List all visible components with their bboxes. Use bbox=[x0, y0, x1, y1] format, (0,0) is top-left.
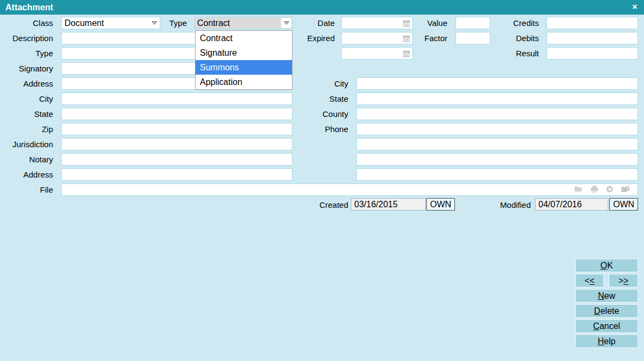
jurisdiction-label: Jurisdiction bbox=[0, 138, 53, 150]
description-label: Description bbox=[0, 32, 53, 44]
created-date: 03/16/2015 bbox=[351, 198, 426, 211]
credits-input[interactable] bbox=[547, 17, 638, 29]
help-button[interactable]: Help bbox=[575, 334, 638, 348]
result-label: Result bbox=[477, 47, 539, 60]
created-label: Created bbox=[292, 199, 348, 211]
city-left-input[interactable] bbox=[61, 93, 292, 105]
type-dropdown-list: Contract Signature Summons Application bbox=[195, 30, 292, 90]
file-label: File bbox=[0, 183, 53, 196]
phone-label: Phone bbox=[287, 123, 348, 135]
city-right-label: City bbox=[287, 77, 348, 90]
cancel-button[interactable]: Cancel bbox=[575, 319, 638, 333]
state-right-input[interactable] bbox=[356, 93, 638, 105]
expired-label: Expired bbox=[286, 32, 335, 44]
signatory-label: Signatory bbox=[0, 62, 53, 75]
previous-button[interactable]: << bbox=[575, 274, 604, 287]
type-combobox-value: Contract bbox=[197, 18, 230, 28]
modified-date: 04/07/2016 bbox=[535, 198, 608, 211]
ok-button[interactable]: OK bbox=[575, 259, 638, 272]
value-label: Value bbox=[396, 17, 447, 29]
address1-label: Address bbox=[0, 77, 53, 90]
phone-input[interactable] bbox=[356, 123, 638, 135]
next-button[interactable]: >> bbox=[609, 274, 638, 287]
city-right-input[interactable] bbox=[356, 77, 638, 90]
class-label: Class bbox=[0, 17, 53, 29]
type-combobox[interactable]: Contract bbox=[194, 17, 292, 29]
factor-label: Factor bbox=[396, 32, 447, 44]
modified-user-badge: OWN bbox=[609, 198, 638, 211]
address2-label: Address bbox=[0, 168, 53, 181]
notary-input[interactable] bbox=[61, 153, 292, 166]
state-right-label: State bbox=[287, 93, 348, 105]
state-left-input[interactable] bbox=[61, 108, 292, 120]
type-combo-label: Type bbox=[161, 17, 187, 29]
jurisdiction-input[interactable] bbox=[61, 138, 292, 150]
delete-button[interactable]: Delete bbox=[575, 304, 638, 318]
dropdown-option-application[interactable]: Application bbox=[196, 75, 292, 89]
window-title: Attachment bbox=[5, 0, 53, 15]
date-label: Date bbox=[286, 17, 335, 29]
file-input[interactable] bbox=[61, 183, 638, 196]
find-file-icon[interactable] bbox=[621, 185, 630, 195]
state-left-label: State bbox=[0, 108, 53, 120]
close-icon[interactable]: × bbox=[632, 0, 638, 14]
notary-label: Notary bbox=[0, 153, 53, 166]
dropdown-option-contract[interactable]: Contract bbox=[196, 31, 292, 45]
extra3-input[interactable] bbox=[356, 168, 638, 181]
calendar-icon[interactable] bbox=[403, 50, 410, 60]
title-bar: Attachment × bbox=[0, 0, 644, 15]
remove-icon[interactable] bbox=[606, 185, 613, 195]
address2-input[interactable] bbox=[61, 168, 292, 181]
open-folder-icon[interactable] bbox=[574, 185, 583, 195]
modified-label: Modified bbox=[466, 199, 531, 211]
zip-label: Zip bbox=[0, 123, 53, 135]
credits-label: Credits bbox=[477, 17, 539, 29]
new-button[interactable]: New bbox=[575, 289, 638, 303]
date3-input[interactable] bbox=[341, 47, 413, 60]
attachment-dialog: Attachment × Class Description Type Sign… bbox=[0, 0, 644, 361]
debits-label: Debits bbox=[477, 32, 539, 44]
result-input[interactable] bbox=[547, 47, 638, 60]
county-label: County bbox=[287, 108, 348, 120]
created-user-badge: OWN bbox=[426, 198, 455, 211]
print-icon[interactable] bbox=[590, 185, 599, 195]
class-combobox-value: Document bbox=[64, 18, 104, 28]
county-input[interactable] bbox=[356, 108, 638, 120]
dropdown-option-signature[interactable]: Signature bbox=[196, 45, 292, 60]
type-row-label: Type bbox=[0, 47, 53, 60]
city-left-label: City bbox=[0, 93, 53, 105]
dropdown-option-summons[interactable]: Summons bbox=[196, 60, 292, 75]
extra1-input[interactable] bbox=[356, 138, 638, 150]
chevron-down-icon bbox=[149, 18, 159, 28]
zip-input[interactable] bbox=[61, 123, 292, 135]
extra2-input[interactable] bbox=[356, 153, 638, 166]
debits-input[interactable] bbox=[547, 32, 638, 44]
class-combobox[interactable]: Document bbox=[61, 17, 160, 29]
